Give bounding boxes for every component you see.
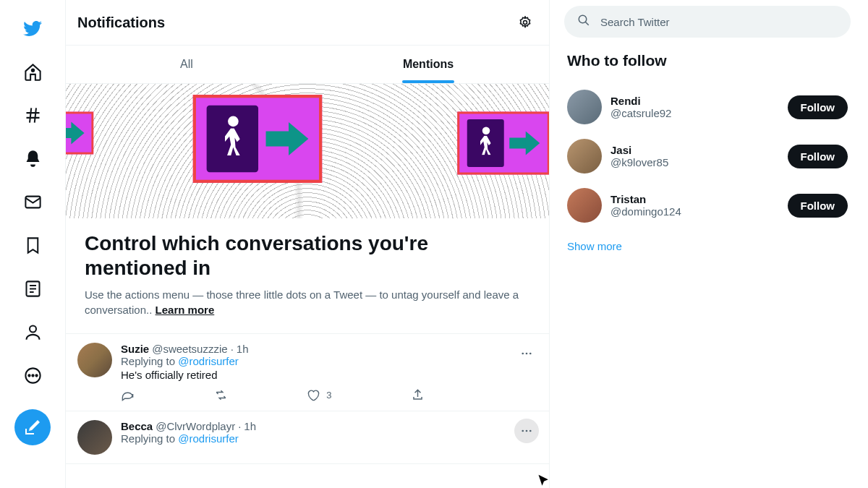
home-icon[interactable]	[14, 53, 51, 90]
replying-to: Replying to @rodrisurfer	[121, 432, 537, 445]
tweet-time[interactable]: 1h	[244, 420, 256, 432]
tweet-author-name[interactable]: Becca	[121, 420, 153, 432]
promo-heading: Control which conversations you're menti…	[85, 231, 530, 280]
tweet-header: Becca @ClvrWordplayr · 1h	[121, 420, 537, 432]
svg-point-13	[526, 430, 528, 432]
left-nav	[0, 0, 65, 488]
svg-point-15	[579, 15, 587, 23]
follow-button[interactable]: Follow	[788, 194, 848, 218]
promo-body: Use the actions menu — those three littl…	[85, 287, 530, 317]
follow-button[interactable]: Follow	[788, 95, 848, 119]
svg-point-12	[522, 430, 524, 432]
right-column: Who to follow Rendi @catsrule92 Follow J…	[550, 0, 868, 488]
like-icon[interactable]: 3	[307, 388, 331, 402]
wtf-title: Who to follow	[564, 52, 851, 69]
show-more-link[interactable]: Show more	[564, 230, 625, 262]
search-bar[interactable]	[564, 6, 851, 38]
svg-point-11	[529, 353, 532, 355]
tweet-header: Suzie @sweetsuzzzie · 1h	[121, 343, 537, 355]
svg-point-5	[28, 374, 30, 376]
tweet-text: He's officially retired	[121, 369, 537, 381]
bookmarks-icon[interactable]	[14, 227, 51, 263]
svg-point-7	[35, 374, 37, 376]
tweet-more-icon[interactable]	[514, 341, 539, 366]
svg-point-14	[529, 430, 532, 432]
tweet-item[interactable]: Becca @ClvrWordplayr · 1h Replying to @r…	[66, 411, 549, 464]
replying-to: Replying to @rodrisurfer	[121, 355, 537, 367]
svg-point-8	[524, 21, 527, 25]
follow-row[interactable]: Jasi @k9lover85 Follow	[564, 132, 851, 181]
more-icon[interactable]	[14, 357, 51, 393]
compose-button[interactable]	[14, 409, 51, 445]
twitter-logo-icon[interactable]	[14, 10, 51, 46]
mention-link[interactable]: @rodrisurfer	[178, 355, 239, 367]
page-header: Notifications	[66, 0, 549, 46]
avatar[interactable]	[567, 90, 602, 124]
tweet-author-name[interactable]: Suzie	[121, 343, 149, 355]
follow-handle[interactable]: @catsrule92	[610, 107, 779, 119]
follow-row[interactable]: Rendi @catsrule92 Follow	[564, 82, 851, 132]
follow-row[interactable]: Tristan @domingo124 Follow	[564, 181, 851, 230]
explore-icon[interactable]	[14, 97, 51, 133]
promo-card: Control which conversations you're menti…	[66, 218, 549, 334]
notifications-icon[interactable]	[14, 140, 51, 176]
tabs: All Mentions	[66, 46, 549, 84]
svg-point-0	[31, 69, 33, 71]
svg-point-6	[32, 374, 33, 376]
page-title: Notifications	[77, 14, 165, 31]
search-input[interactable]	[600, 16, 838, 28]
svg-point-3	[30, 325, 36, 332]
lists-icon[interactable]	[14, 270, 51, 307]
share-icon[interactable]	[411, 388, 425, 402]
mention-link[interactable]: @rodrisurfer	[178, 432, 239, 445]
follow-name[interactable]: Rendi	[610, 95, 779, 107]
retweet-icon[interactable]	[214, 388, 228, 402]
avatar[interactable]	[77, 420, 112, 455]
profile-icon[interactable]	[14, 314, 51, 350]
settings-icon[interactable]	[513, 10, 537, 35]
follow-name[interactable]: Jasi	[610, 144, 779, 156]
messages-icon[interactable]	[14, 184, 51, 220]
who-to-follow: Who to follow Rendi @catsrule92 Follow J…	[564, 52, 851, 262]
tab-mentions[interactable]: Mentions	[307, 46, 549, 83]
follow-button[interactable]: Follow	[788, 145, 848, 168]
avatar[interactable]	[77, 343, 112, 377]
tweet-author-handle[interactable]: @sweetsuzzzie	[152, 343, 227, 355]
learn-more-link[interactable]: Learn more	[156, 304, 215, 316]
promo-illustration	[66, 84, 549, 218]
tweet-author-handle[interactable]: @ClvrWordplayr	[156, 420, 235, 432]
main-column: Notifications All Mentions Control which…	[65, 0, 550, 488]
tweet-actions: 3	[121, 388, 425, 402]
follow-handle[interactable]: @domingo124	[610, 205, 779, 218]
avatar[interactable]	[567, 188, 602, 223]
svg-point-10	[526, 353, 528, 355]
tweet-item[interactable]: Suzie @sweetsuzzzie · 1h Replying to @ro…	[66, 334, 549, 411]
avatar[interactable]	[567, 139, 602, 174]
tab-all[interactable]: All	[66, 46, 307, 83]
follow-name[interactable]: Tristan	[610, 193, 779, 205]
follow-handle[interactable]: @k9lover85	[610, 156, 779, 168]
svg-point-9	[522, 353, 524, 355]
tweet-more-icon[interactable]	[514, 419, 539, 443]
like-count: 3	[326, 390, 331, 401]
tweet-time[interactable]: 1h	[237, 343, 249, 355]
search-icon	[577, 14, 590, 30]
reply-icon[interactable]	[121, 388, 135, 402]
